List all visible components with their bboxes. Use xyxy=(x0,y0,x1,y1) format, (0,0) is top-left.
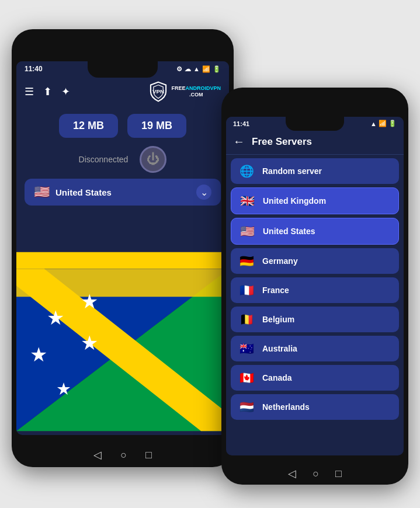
server-name-be: Belgium xyxy=(262,315,294,324)
server-item-fr[interactable]: 🇫🇷France xyxy=(231,277,399,303)
left-top-icons: ☰ ⬆ ✦ xyxy=(25,85,70,98)
server-name-ca: Canada xyxy=(262,373,292,382)
server-name-us: United States xyxy=(263,227,315,236)
server-flag-nl: 🇳🇱 xyxy=(238,400,255,414)
disconnect-label: Disconnected xyxy=(79,155,129,164)
svg-text:★: ★ xyxy=(30,343,47,366)
server-name-nl: Netherlands xyxy=(262,402,310,412)
logo-androidvpn: ANDROIDVPN xyxy=(185,85,221,91)
battery-icon: 🔋 xyxy=(213,65,221,73)
server-item-ca[interactable]: 🇨🇦Canada xyxy=(231,365,399,391)
flag-background: ★ ★ ★ ★ ★ xyxy=(16,248,229,435)
server-flag-au: 🇦🇺 xyxy=(238,342,255,356)
solomon-islands-flag: ★ ★ ★ ★ ★ xyxy=(16,248,229,435)
server-item-be[interactable]: 🇧🇪Belgium xyxy=(231,307,399,332)
left-phone-screen: 11:40 ⚙ ☁ ▲ 📶 🔋 ☰ ⬆ ✦ VPN xyxy=(16,61,229,435)
stats-row: 12 MB 19 MB xyxy=(16,107,229,142)
server-name-fr: France xyxy=(262,286,289,295)
right-battery-icon: 🔋 xyxy=(388,120,397,127)
disconnect-row: Disconnected ⏻ xyxy=(16,142,229,179)
server-name-de: Germany xyxy=(262,256,298,266)
right-time: 11:41 xyxy=(233,120,249,127)
server-flag-uk: 🇬🇧 xyxy=(238,194,256,208)
star-icon[interactable]: ✦ xyxy=(61,85,70,98)
server-name-au: Australia xyxy=(262,344,297,353)
cloud-icon: ☁ xyxy=(185,65,191,73)
settings-icon: ⚙ xyxy=(176,65,182,73)
server-item-uk[interactable]: 🇬🇧United Kingdom xyxy=(231,187,399,214)
right-recents-nav-icon[interactable]: □ xyxy=(335,468,342,480)
power-icon: ⏻ xyxy=(147,152,159,167)
menu-icon[interactable]: ☰ xyxy=(25,85,34,98)
server-item-au[interactable]: 🇦🇺Australia xyxy=(231,336,399,361)
svg-rect-1 xyxy=(16,252,229,269)
server-item-de[interactable]: 🇩🇪Germany xyxy=(231,248,399,274)
chevron-down-icon: ⌄ xyxy=(196,185,211,200)
server-item-nl[interactable]: 🇳🇱Netherlands xyxy=(231,394,399,420)
left-phone: 11:40 ⚙ ☁ ▲ 📶 🔋 ☰ ⬆ ✦ VPN xyxy=(12,29,234,467)
right-phone-screen: 11:41 ▲ 📶 🔋 ← Free Servers 🌐Random serve… xyxy=(226,117,404,455)
signal-icon: 📶 xyxy=(202,65,210,73)
right-phone-notch xyxy=(286,117,344,131)
left-time: 11:40 xyxy=(25,65,43,73)
home-nav-icon[interactable]: ○ xyxy=(120,449,127,461)
server-flag-de: 🇩🇪 xyxy=(238,254,255,268)
server-list: 🌐Random server🇬🇧United Kingdom🇺🇸United S… xyxy=(226,155,404,427)
server-flag-us: 🇺🇸 xyxy=(238,224,256,238)
servers-title: Free Servers xyxy=(252,136,312,148)
svg-text:VPN: VPN xyxy=(152,88,164,95)
left-home-bar: ◁ ○ □ xyxy=(93,448,152,461)
logo-com: .COM xyxy=(171,92,221,98)
country-selector[interactable]: 🇺🇸 United States ⌄ xyxy=(25,179,221,206)
right-status-icons: ▲ 📶 🔋 xyxy=(370,120,397,127)
right-home-nav-icon[interactable]: ○ xyxy=(313,468,319,480)
server-flag-ca: 🇨🇦 xyxy=(238,371,255,385)
server-item-random[interactable]: 🌐Random server xyxy=(231,158,399,184)
back-button[interactable]: ← xyxy=(233,135,245,148)
server-flag-be: 🇧🇪 xyxy=(238,312,255,326)
left-top-bar: ☰ ⬆ ✦ VPN FREEANDROIDVPN .COM xyxy=(16,76,229,107)
recents-nav-icon[interactable]: □ xyxy=(145,449,152,461)
logo-free: FREE xyxy=(171,85,185,91)
shield-logo-icon: VPN xyxy=(148,81,169,102)
svg-text:★: ★ xyxy=(81,290,98,312)
right-phone: 11:41 ▲ 📶 🔋 ← Free Servers 🌐Random serve… xyxy=(221,88,408,485)
server-flag-random: 🌐 xyxy=(238,164,255,178)
back-nav-icon[interactable]: ◁ xyxy=(93,448,102,461)
power-button[interactable]: ⏻ xyxy=(140,146,166,173)
left-phone-notch xyxy=(88,61,158,78)
servers-header: ← Free Servers xyxy=(226,130,404,155)
share-icon[interactable]: ⬆ xyxy=(43,85,52,98)
logo-area: VPN FREEANDROIDVPN .COM xyxy=(148,81,221,102)
upload-stat: 19 MB xyxy=(127,114,186,138)
right-signal-icon: 📶 xyxy=(379,120,387,127)
logo-text: FREEANDROIDVPN .COM xyxy=(171,85,221,98)
right-wifi-icon: ▲ xyxy=(370,120,377,127)
server-name-uk: United Kingdom xyxy=(263,196,326,206)
svg-text:★: ★ xyxy=(81,332,98,354)
server-item-us[interactable]: 🇺🇸United States xyxy=(231,218,399,245)
server-flag-fr: 🇫🇷 xyxy=(238,283,255,297)
selected-country-name: United States xyxy=(55,187,190,197)
right-back-nav-icon[interactable]: ◁ xyxy=(288,467,296,480)
left-status-icons: ⚙ ☁ ▲ 📶 🔋 xyxy=(176,65,221,73)
svg-text:★: ★ xyxy=(56,380,71,398)
server-name-random: Random server xyxy=(262,166,322,176)
svg-text:★: ★ xyxy=(47,307,64,329)
selected-flag: 🇺🇸 xyxy=(34,185,50,200)
download-stat: 12 MB xyxy=(59,114,118,138)
wifi-icon: ▲ xyxy=(193,65,200,72)
right-home-bar: ◁ ○ □ xyxy=(288,467,342,480)
